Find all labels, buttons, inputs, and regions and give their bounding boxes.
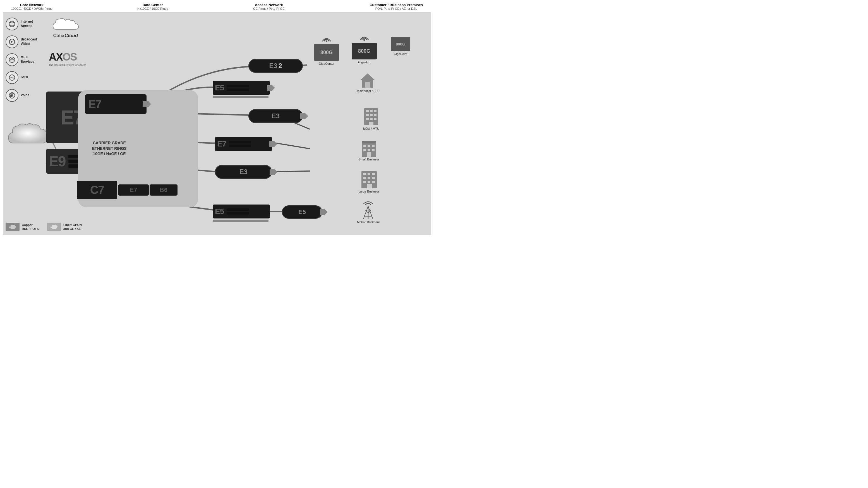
svg-rect-40 xyxy=(374,110,376,112)
svg-rect-53 xyxy=(368,149,370,151)
svg-rect-54 xyxy=(372,149,375,151)
svg-marker-28 xyxy=(267,85,275,91)
e5-far-connector xyxy=(320,209,328,216)
copper-icon xyxy=(6,223,20,231)
header-core-network: Core Network 100GE / 40GE / DWDM Rings xyxy=(11,3,52,10)
e3-mid-label: E3 xyxy=(272,112,280,120)
svg-marker-30 xyxy=(270,168,277,175)
gigapoint-group: 800G GigaPoint xyxy=(391,37,410,56)
e9-label: E9 xyxy=(49,153,66,170)
svg-rect-36 xyxy=(365,82,370,88)
e3-bot-label: E3 xyxy=(240,168,248,176)
copper-connector-icon xyxy=(9,224,16,230)
svg-rect-42 xyxy=(370,114,373,116)
fiber-connector-icon xyxy=(51,224,58,230)
broadcast-label: BroadcastVideo xyxy=(21,37,37,46)
e3-top-num: 2 xyxy=(279,62,282,70)
fiber-label: Fiber: GPONand GE / AE xyxy=(63,223,82,231)
access-network-sub: GE Rings / Pt-to-Pt GE xyxy=(253,7,284,10)
svg-rect-56 xyxy=(362,141,376,143)
mef-label: MEFServices xyxy=(21,55,34,64)
legend-fiber: Fiber: GPONand GE / AE xyxy=(47,223,82,231)
svg-rect-46 xyxy=(374,118,376,120)
large-business-group: Large Business xyxy=(359,170,379,193)
mobile-backhaul-group: Mobile Backhaul xyxy=(357,199,379,224)
svg-marker-31 xyxy=(320,209,328,216)
e7-center-label: E7 xyxy=(89,98,101,110)
fiber-icon xyxy=(47,223,61,231)
iptv-label: IPTV xyxy=(21,75,28,80)
svg-rect-59 xyxy=(368,173,370,175)
header-access-network: Access Network GE Rings / Pt-to-Pt GE xyxy=(253,3,284,10)
gigacenter-group: 800G GigaCenter xyxy=(314,34,339,65)
small-business-group: Small Business xyxy=(359,139,379,161)
svg-rect-64 xyxy=(363,181,366,183)
e5-top-bars xyxy=(227,85,249,91)
svg-rect-65 xyxy=(368,181,370,183)
svg-rect-58 xyxy=(363,173,366,175)
mef-icon xyxy=(6,53,19,66)
e3-top-label: E3 xyxy=(269,62,277,70)
main-diagram: InternetAccess BroadcastVideo xyxy=(3,12,431,235)
service-mef: MEFServices xyxy=(6,53,42,66)
svg-marker-27 xyxy=(269,141,277,147)
copper-label: Copper:DSL / POTS xyxy=(22,223,39,231)
svg-point-19 xyxy=(11,59,12,60)
e5-far-access: E5 xyxy=(282,205,322,219)
small-business-icon xyxy=(361,139,377,157)
svg-rect-61 xyxy=(363,177,366,179)
core-network-sub: 100GE / 40GE / DWDM Rings xyxy=(11,7,52,10)
e3-bot-access: E3 xyxy=(215,165,272,179)
c7-device: C7 xyxy=(77,181,117,199)
e5-bot-label: E5 xyxy=(215,207,224,216)
legend-copper: Copper:DSL / POTS xyxy=(6,223,39,231)
gigapoint-name: GigaPoint xyxy=(394,52,407,56)
carrier-line2: ETHERNET RINGS xyxy=(92,146,127,152)
e7-access-mid-label: E7 xyxy=(217,139,226,149)
tower-icon xyxy=(361,199,376,220)
svg-rect-63 xyxy=(372,177,375,179)
large-business-label: Large Business xyxy=(359,190,379,193)
e5-top-label: E5 xyxy=(215,84,224,92)
e3-bot-connector xyxy=(270,168,277,175)
carrier-line3: 10GE / NxGE / GE xyxy=(92,151,127,157)
gigapoint-box: 800G xyxy=(391,37,410,51)
gigahub-box: 800G xyxy=(352,43,377,59)
gigacenter-box: 800G xyxy=(314,44,339,61)
legend: Copper:DSL / POTS Fiber: GPONand GE / AE xyxy=(6,223,82,231)
data-center-title: Data Center xyxy=(137,3,168,7)
svg-point-32 xyxy=(326,40,328,42)
mobile-backhaul-label: Mobile Backhaul xyxy=(357,220,379,224)
svg-rect-67 xyxy=(367,184,372,188)
e7-mid-connector xyxy=(269,141,277,147)
data-center-sub: Nx10GE / 10GE Rings xyxy=(137,7,168,10)
gigacenter-label: 800G xyxy=(320,50,333,56)
e7-access-mid: E7 xyxy=(215,137,272,151)
e7-inline-label: E7 xyxy=(130,186,137,194)
svg-line-8 xyxy=(276,143,310,149)
e3-mid-connector xyxy=(300,113,308,120)
residential-label: Residential / SFU xyxy=(355,89,379,93)
internet-icon xyxy=(6,18,19,30)
customer-premises-sub: PON, Pt-to-Pt GE / AE, or DSL xyxy=(370,7,423,10)
carrier-ring-label: CARRIER GRADE ETHERNET RINGS 10GE / NxGE… xyxy=(92,140,127,157)
gigacenter-wifi-icon xyxy=(319,34,334,44)
gigacenter-name: GigaCenter xyxy=(319,62,334,65)
axos-os: OS xyxy=(63,51,77,63)
svg-line-9 xyxy=(276,171,310,172)
b6-label: B6 xyxy=(160,186,167,194)
carrier-line1: CARRIER GRADE xyxy=(92,140,127,146)
e5-top-access: E5 xyxy=(213,81,270,95)
small-business-label: Small Business xyxy=(359,158,379,161)
mdu-icon xyxy=(363,107,379,126)
svg-rect-41 xyxy=(366,114,369,116)
svg-rect-45 xyxy=(370,118,373,120)
e7-inline-device: E7 xyxy=(118,185,149,196)
b6-device: B6 xyxy=(150,185,178,196)
voice-icon xyxy=(6,89,19,102)
gigahub-wifi-icon xyxy=(357,33,371,43)
svg-rect-39 xyxy=(370,110,373,112)
svg-rect-50 xyxy=(368,145,370,147)
top-header: Core Network 100GE / 40GE / DWDM Rings D… xyxy=(0,0,434,12)
svg-point-33 xyxy=(363,39,365,41)
